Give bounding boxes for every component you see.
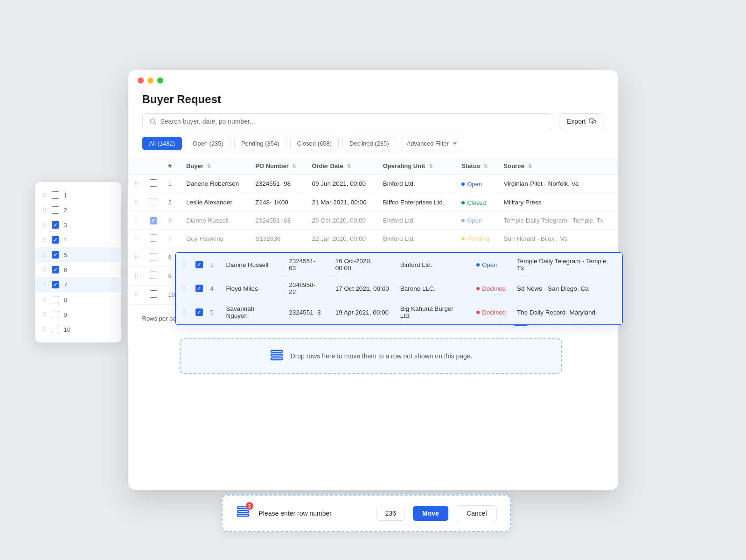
main-window: Buyer Request Export All (1482) Open (23… <box>128 70 618 490</box>
floating-table-row: ⠿ 5 Savannah Nguyen 2324551- 3 19 Apr 20… <box>176 301 622 324</box>
po-sort-icon[interactable]: ⇅ <box>292 163 296 169</box>
drag-handle-icon[interactable]: ⠿ <box>42 192 47 199</box>
row-drag-handle[interactable]: ⠿ <box>134 272 139 280</box>
drag-handle-icon[interactable]: ⠿ <box>42 222 47 229</box>
floating-row-checkbox-checked[interactable] <box>195 308 203 316</box>
move-button[interactable]: Move <box>413 506 448 521</box>
export-button[interactable]: Export <box>559 113 604 129</box>
operating-unit-sort-icon[interactable]: ⇅ <box>429 163 433 169</box>
source-sort-icon[interactable]: ⇅ <box>528 163 532 169</box>
drag-handle-icon[interactable]: ⠿ <box>42 237 47 244</box>
panel-checkbox-6-checked[interactable] <box>52 266 59 273</box>
floating-drag-handle[interactable]: ⠿ <box>181 285 186 292</box>
row-number: 3 <box>163 212 181 230</box>
drag-handle-icon[interactable]: ⠿ <box>42 311 47 318</box>
floating-row-num: 3 <box>207 253 221 277</box>
page-title: Buyer Request <box>128 84 618 113</box>
row-source: Temple Daily Telegram - Temple, Tx <box>498 212 618 230</box>
panel-checkbox-1[interactable] <box>52 191 59 199</box>
panel-checkbox-2[interactable] <box>52 206 59 214</box>
svg-rect-11 <box>237 514 249 516</box>
row-po: 2324551- 63 <box>250 212 306 230</box>
row-source: Sun Herald - Biloxi, Ms <box>498 229 618 248</box>
drag-handle-icon[interactable]: ⠿ <box>42 266 47 273</box>
row-drag-handle[interactable]: ⠿ <box>134 253 139 261</box>
panel-checkbox-5-checked[interactable] <box>52 251 59 259</box>
selected-count-badge: 3 <box>246 502 253 510</box>
row-drag-handle[interactable]: ⠿ <box>134 291 139 298</box>
floating-row-checkbox-checked[interactable] <box>195 261 203 268</box>
panel-checkbox-4-checked[interactable] <box>52 236 59 244</box>
row-number: 2 <box>163 193 181 212</box>
row-drag-handle[interactable]: ⠿ <box>134 217 139 224</box>
panel-num-4: 4 <box>64 237 67 244</box>
floating-drag-handle[interactable]: ⠿ <box>181 261 186 268</box>
th-buyer: Buyer ⇅ <box>181 158 250 175</box>
drag-handle-icon[interactable]: ⠿ <box>42 252 47 259</box>
row-drag-handle[interactable]: ⠿ <box>134 235 139 242</box>
search-box[interactable] <box>142 113 554 129</box>
row-drag-handle[interactable]: ⠿ <box>134 180 139 188</box>
panel-checkbox-3-checked[interactable] <box>52 221 59 229</box>
tab-all[interactable]: All (1482) <box>142 137 182 150</box>
order-date-sort-icon[interactable]: ⇅ <box>347 163 351 169</box>
floating-status-badge: Declined <box>476 309 506 316</box>
row-unit: Binford Ltd. <box>377 175 456 193</box>
table-row: ⠿ 3 Dianne Russell 2324551- 63 26 Oct-20… <box>128 212 618 230</box>
floating-status-badge: Open <box>476 261 497 268</box>
row-checkbox[interactable] <box>150 234 157 242</box>
row-checkbox[interactable] <box>150 290 157 298</box>
floating-row-num: 5 <box>207 301 221 324</box>
panel-checkbox-10[interactable] <box>52 326 59 333</box>
minimize-button[interactable] <box>147 77 153 84</box>
row-checkbox[interactable] <box>150 198 157 205</box>
tab-declined[interactable]: Declined (235) <box>342 137 396 150</box>
drag-handle-icon[interactable]: ⠿ <box>42 296 47 303</box>
row-date: 22 Jan 2020, 00:00 <box>306 229 377 248</box>
tab-closed[interactable]: Closed (658) <box>290 137 339 150</box>
row-checkbox-checked[interactable] <box>150 217 157 224</box>
th-check <box>144 158 163 175</box>
drag-handle-icon[interactable]: ⠿ <box>42 281 47 288</box>
floating-row-num: 4 <box>207 277 221 301</box>
floating-row-source: Temple Daily Telegram - Temple, Tx <box>511 253 622 277</box>
row-number: 1 <box>163 175 181 193</box>
panel-checkbox-9[interactable] <box>52 311 59 318</box>
toolbar: Export <box>128 113 618 137</box>
drag-handle-icon[interactable]: ⠿ <box>42 326 47 333</box>
row-po: Z248- 1K00 <box>250 193 306 212</box>
row-buyer: Guy Hawkins <box>181 229 250 248</box>
row-checkbox[interactable] <box>150 272 157 279</box>
row-checkbox[interactable] <box>150 253 157 260</box>
cancel-move-button[interactable]: Cancel <box>457 505 497 521</box>
row-checkbox[interactable] <box>150 179 157 187</box>
floating-row-date: 17 Oct 2021, 00:00 <box>330 277 395 301</box>
search-input[interactable] <box>160 118 547 125</box>
buyer-sort-icon[interactable]: ⇅ <box>207 163 211 169</box>
row-number-input[interactable] <box>376 506 404 521</box>
table-row: ⠿ 2 Leslie Alexander Z248- 1K00 21 Mar 2… <box>128 193 618 212</box>
row-unit: Binford Ltd. <box>377 212 456 230</box>
tab-pending[interactable]: Pending (354) <box>234 137 286 150</box>
panel-num-8: 8 <box>64 296 67 303</box>
th-drag <box>128 158 144 175</box>
th-num: # <box>163 158 181 175</box>
close-button[interactable] <box>138 77 144 84</box>
floating-row-checkbox-checked[interactable] <box>195 285 203 292</box>
row-date: 26 Oct-2020, 00:00 <box>306 212 377 230</box>
floating-drag-handle[interactable]: ⠿ <box>181 308 186 316</box>
panel-checkbox-8[interactable] <box>52 296 59 303</box>
floating-rows-popup: ⠿ 3 Dianne Russell 2324551- 63 26 Oct-20… <box>175 252 623 325</box>
panel-checkbox-7-checked[interactable] <box>52 281 59 288</box>
maximize-button[interactable] <box>157 77 163 84</box>
panel-row-8: ⠿ 8 <box>35 292 121 307</box>
th-po-number: PO Number ⇅ <box>250 158 306 175</box>
drag-handle-icon[interactable]: ⠿ <box>42 207 47 214</box>
search-icon <box>149 118 157 125</box>
advanced-filter-button[interactable]: Advanced Filter <box>400 137 465 150</box>
status-badge: Pending <box>461 235 489 242</box>
tab-open[interactable]: Open (235) <box>186 137 230 150</box>
panel-num-7: 7 <box>64 281 67 288</box>
status-sort-icon[interactable]: ⇅ <box>483 163 488 169</box>
row-drag-handle[interactable]: ⠿ <box>134 199 139 206</box>
